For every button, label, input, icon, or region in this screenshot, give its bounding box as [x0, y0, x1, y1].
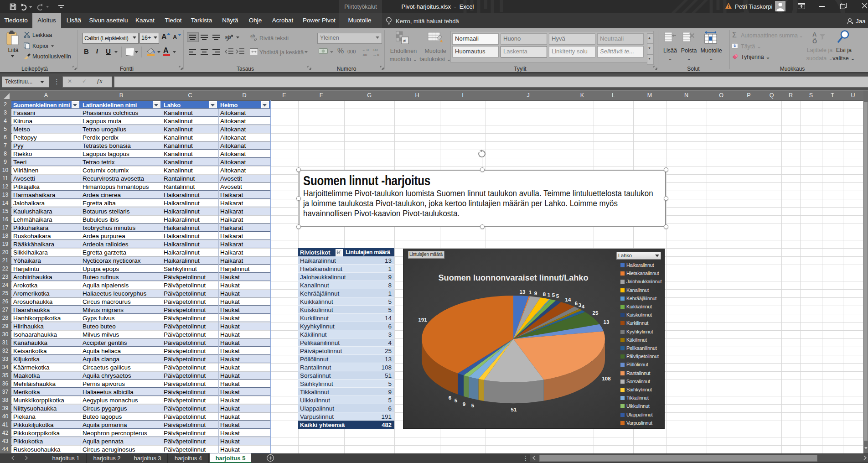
- svg-text:A: A: [812, 31, 817, 38]
- svg-text:ab: ab: [250, 34, 255, 38]
- svg-text:Ö: Ö: [812, 38, 817, 45]
- svg-text:≠: ≠: [403, 38, 406, 43]
